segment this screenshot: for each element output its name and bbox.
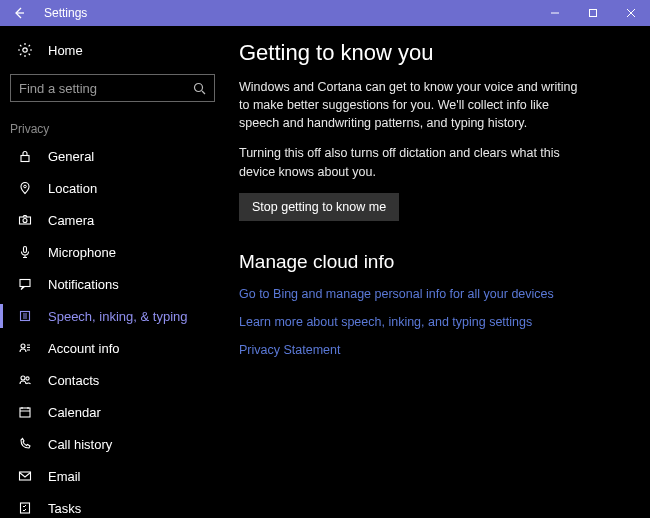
bing-personal-info-link[interactable]: Go to Bing and manage personal info for … — [239, 287, 630, 301]
close-button[interactable] — [612, 0, 650, 26]
call-history-icon — [14, 437, 36, 451]
svg-point-6 — [23, 219, 27, 223]
camera-icon — [14, 213, 36, 227]
description-text: Windows and Cortana can get to know your… — [239, 78, 579, 132]
minimize-icon — [550, 8, 560, 18]
page-heading: Getting to know you — [239, 40, 630, 66]
sidebar-item-label: Camera — [48, 213, 94, 228]
section-label: Privacy — [0, 106, 225, 140]
svg-point-1 — [23, 48, 27, 52]
maximize-icon — [588, 8, 598, 18]
sidebar-item-location[interactable]: Location — [0, 172, 225, 204]
close-icon — [626, 8, 636, 18]
sidebar-item-email[interactable]: Email — [0, 460, 225, 492]
svg-rect-0 — [590, 10, 597, 17]
svg-point-4 — [24, 185, 27, 188]
sidebar-item-label: Location — [48, 181, 97, 196]
svg-rect-8 — [20, 280, 30, 287]
microphone-icon — [14, 245, 36, 259]
stop-getting-to-know-me-button[interactable]: Stop getting to know me — [239, 193, 399, 221]
speech-icon — [14, 309, 36, 323]
sidebar-item-speech[interactable]: Speech, inking, & typing — [0, 300, 225, 332]
sidebar: Home Privacy General Location Camera Mi — [0, 26, 225, 518]
section-heading: Manage cloud info — [239, 251, 630, 273]
window-title: Settings — [38, 6, 536, 20]
sidebar-item-label: Call history — [48, 437, 112, 452]
svg-point-2 — [195, 83, 203, 91]
search-input[interactable] — [19, 81, 193, 96]
calendar-icon — [14, 405, 36, 419]
sidebar-item-label: General — [48, 149, 94, 164]
sidebar-item-label: Tasks — [48, 501, 81, 516]
svg-rect-13 — [20, 408, 30, 417]
sidebar-item-label: Speech, inking, & typing — [48, 309, 187, 324]
notifications-icon — [14, 277, 36, 291]
sidebar-item-label: Calendar — [48, 405, 101, 420]
sidebar-item-calendar[interactable]: Calendar — [0, 396, 225, 428]
svg-point-11 — [21, 376, 25, 380]
sidebar-item-label: Microphone — [48, 245, 116, 260]
sidebar-item-label: Email — [48, 469, 81, 484]
svg-rect-3 — [21, 156, 29, 162]
sidebar-item-label: Notifications — [48, 277, 119, 292]
email-icon — [14, 469, 36, 483]
sidebar-item-label: Contacts — [48, 373, 99, 388]
svg-rect-7 — [24, 247, 27, 253]
sidebar-item-label: Account info — [48, 341, 120, 356]
account-info-icon — [14, 341, 36, 355]
gear-icon — [14, 42, 36, 58]
sidebar-item-tasks[interactable]: Tasks — [0, 492, 225, 518]
sidebar-item-notifications[interactable]: Notifications — [0, 268, 225, 300]
privacy-statement-link[interactable]: Privacy Statement — [239, 343, 630, 357]
maximize-button[interactable] — [574, 0, 612, 26]
description-text: Turning this off also turns off dictatio… — [239, 144, 579, 180]
tasks-icon — [14, 501, 36, 515]
lock-icon — [14, 149, 36, 163]
back-button[interactable] — [0, 0, 38, 26]
svg-point-10 — [21, 344, 25, 348]
main-content: Getting to know you Windows and Cortana … — [225, 26, 650, 518]
svg-rect-15 — [21, 503, 30, 513]
search-box[interactable] — [10, 74, 215, 102]
sidebar-item-general[interactable]: General — [0, 140, 225, 172]
contacts-icon — [14, 373, 36, 387]
sidebar-item-microphone[interactable]: Microphone — [0, 236, 225, 268]
search-icon — [193, 82, 206, 95]
sidebar-item-camera[interactable]: Camera — [0, 204, 225, 236]
learn-more-link[interactable]: Learn more about speech, inking, and typ… — [239, 315, 630, 329]
location-icon — [14, 181, 36, 195]
sidebar-item-call-history[interactable]: Call history — [0, 428, 225, 460]
home-label: Home — [48, 43, 83, 58]
sidebar-item-account-info[interactable]: Account info — [0, 332, 225, 364]
sidebar-item-contacts[interactable]: Contacts — [0, 364, 225, 396]
minimize-button[interactable] — [536, 0, 574, 26]
svg-point-12 — [26, 377, 29, 380]
arrow-left-icon — [12, 6, 26, 20]
home-button[interactable]: Home — [0, 35, 225, 65]
titlebar: Settings — [0, 0, 650, 26]
window-controls — [536, 0, 650, 26]
